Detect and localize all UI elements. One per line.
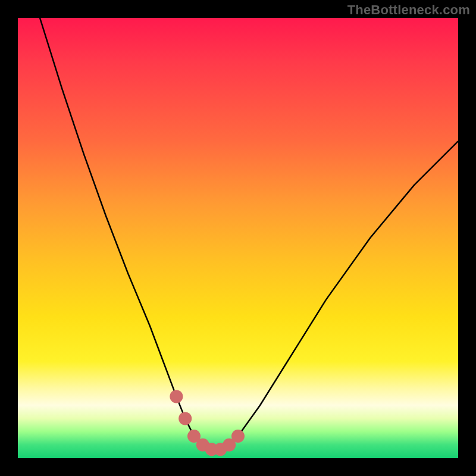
curve-svg	[18, 18, 458, 458]
watermark-text: TheBottleneck.com	[347, 2, 470, 18]
chart-frame: TheBottleneck.com	[0, 0, 476, 476]
marker-point	[231, 430, 245, 443]
marker-point	[178, 412, 192, 425]
bottleneck-curve-line	[40, 18, 458, 449]
marker-point	[170, 390, 183, 403]
low-bottleneck-markers	[170, 390, 245, 456]
plot-area	[18, 18, 458, 458]
